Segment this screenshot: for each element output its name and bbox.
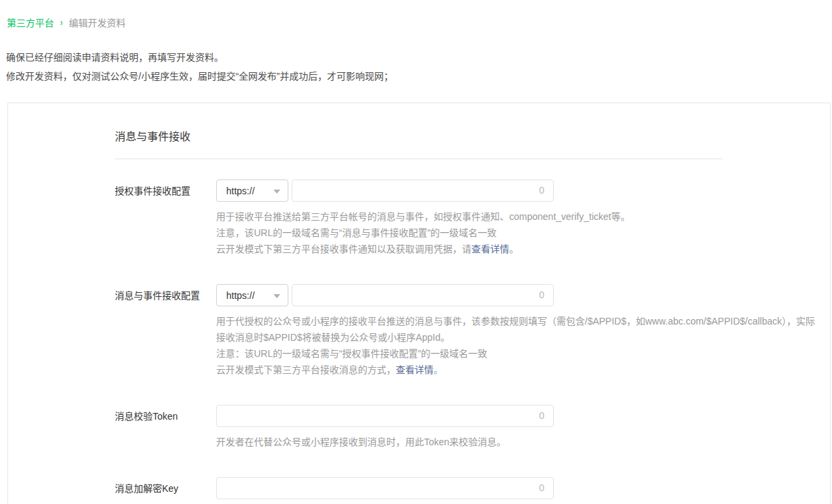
help-text: 云开发模式下第三方平台接收事件通知以及获取调用凭据，请 [216, 244, 471, 254]
field-input-box: 0 [216, 405, 554, 427]
help-text: 开发者在代替公众号或小程序接收到消息时，用此Token来校验消息。 [216, 437, 506, 447]
section-title-message-event: 消息与事件接收 [115, 128, 816, 144]
field-controls: 0 [216, 477, 816, 499]
form-row: 授权事件接收配置 https:// 0 用于接收平台推送给第三方平台帐号的消息与… [115, 179, 816, 257]
protocol-select-value: https:// [226, 290, 255, 301]
help-text: 用于代授权的公众号或小程序的接收平台推送的消息与事件，该参数按规则填写（需包含/… [216, 316, 815, 343]
breadcrumb-third-party-platform[interactable]: 第三方平台 [7, 16, 54, 29]
field-label: 消息加解密Key [115, 477, 216, 504]
help-text: 。 [509, 244, 519, 254]
field-label: 消息与事件接收配置 [115, 284, 216, 378]
protocol-select[interactable]: https:// [216, 179, 288, 202]
field-content: 0 开发者在代替公众号或小程序接收到消息时，用此Token来校验消息。 [216, 405, 816, 450]
field-content: https:// 0 用于代授权的公众号或小程序的接收平台推送的消息与事件，该参… [216, 284, 816, 378]
field-content: 0 在代替公众号或小程序收发消息过程中使用。必须是长度为43位的字符串，只能是字… [216, 477, 816, 504]
form-rows: 授权事件接收配置 https:// 0 用于接收平台推送给第三方平台帐号的消息与… [115, 179, 816, 504]
help-text: 。 [434, 364, 443, 375]
field-controls: https:// 0 [216, 179, 816, 202]
field-help-line: 云开发模式下第三方平台接收消息的方式，查看详情。 [216, 362, 816, 378]
chevron-down-icon [274, 294, 280, 298]
field-help-line: 开发者在代替公众号或小程序接收到消息时，用此Token来校验消息。 [216, 434, 816, 450]
message-event-url-input[interactable] [292, 285, 553, 306]
help-text: 注意：该URL的一级域名需与“授权事件接收配置”的一级域名一致 [216, 348, 487, 359]
breadcrumb: 第三方平台 › 编辑开发资料 [0, 0, 832, 29]
authorization-event-url-input[interactable] [292, 180, 553, 201]
field-input-box: 0 [216, 477, 554, 499]
form-row: 消息校验Token 0 开发者在代替公众号或小程序接收到消息时，用此Token来… [115, 405, 816, 450]
field-controls: 0 [216, 405, 816, 427]
intro-line-2: 修改开发资料，仅对测试公众号/小程序生效，届时提交“全网发布”并成功后，才可影响… [6, 67, 832, 86]
intro-line-1: 确保已经仔细阅读申请资料说明，再填写开发资料。 [6, 48, 832, 67]
field-input-box: 0 [292, 179, 554, 202]
protocol-select-value: https:// [226, 186, 255, 196]
char-counter: 0 [539, 405, 544, 426]
message-token-input[interactable] [217, 405, 553, 426]
field-help-line: 云开发模式下第三方平台接收事件通知以及获取调用凭据，请查看详情。 [216, 241, 816, 257]
form-row: 消息加解密Key 0 在代替公众号或小程序收发消息过程中使用。必须是长度为43位… [115, 477, 816, 504]
char-counter: 0 [539, 478, 544, 499]
field-help-line: 注意：该URL的一级域名需与“授权事件接收配置”的一级域名一致 [216, 345, 816, 362]
breadcrumb-edit-dev-info: 编辑开发资料 [69, 16, 126, 29]
field-help-line: 用于代授权的公众号或小程序的接收平台推送的消息与事件，该参数按规则填写（需包含/… [216, 313, 816, 345]
dev-info-card: 消息与事件接收 授权事件接收配置 https:// 0 用于接收平台推送给第三方… [7, 103, 831, 504]
form-row: 消息与事件接收配置 https:// 0 用于代授权的公众号或小程序的接收平台推… [115, 284, 816, 378]
help-text: 云开发模式下第三方平台接收消息的方式， [216, 364, 396, 375]
char-counter: 0 [539, 180, 544, 201]
section-divider [115, 159, 723, 159]
breadcrumb-separator-icon: › [60, 17, 63, 28]
view-details-link[interactable]: 查看详情 [471, 244, 509, 254]
protocol-select[interactable]: https:// [216, 284, 288, 306]
field-label: 消息校验Token [115, 405, 216, 450]
field-help: 开发者在代替公众号或小程序接收到消息时，用此Token来校验消息。 [216, 434, 816, 450]
field-help: 用于代授权的公众号或小程序的接收平台推送的消息与事件，该参数按规则填写（需包含/… [216, 313, 816, 378]
field-content: https:// 0 用于接收平台推送给第三方平台帐号的消息与事件，如授权事件通… [216, 179, 816, 257]
char-counter: 0 [539, 285, 544, 306]
field-input-box: 0 [292, 284, 554, 306]
field-help-line: 注意，该URL的一级域名需与“消息与事件接收配置”的一级域名一致 [216, 225, 816, 241]
field-help-line: 用于接收平台推送给第三方平台帐号的消息与事件，如授权事件通知、component… [216, 208, 816, 225]
field-help: 用于接收平台推送给第三方平台帐号的消息与事件，如授权事件通知、component… [216, 208, 816, 257]
help-text: 用于接收平台推送给第三方平台帐号的消息与事件，如授权事件通知、component… [216, 211, 630, 222]
encoding-aes-key-input[interactable] [217, 478, 553, 499]
view-details-link[interactable]: 查看详情 [396, 364, 434, 375]
help-text: 注意，该URL的一级域名需与“消息与事件接收配置”的一级域名一致 [216, 227, 496, 238]
field-label: 授权事件接收配置 [115, 179, 216, 257]
page-intro: 确保已经仔细阅读申请资料说明，再填写开发资料。 修改开发资料，仅对测试公众号/小… [6, 48, 832, 86]
field-controls: https:// 0 [216, 284, 816, 306]
chevron-down-icon [274, 190, 280, 194]
